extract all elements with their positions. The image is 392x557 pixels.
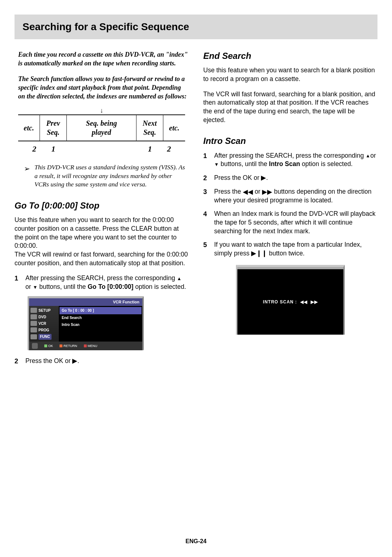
introscan-steps: 1 After pressing the SEARCH, press the c… (203, 152, 377, 258)
goto-step-1: 1 After pressing the SEARCH, press the c… (15, 274, 189, 291)
page-header: Searching for a Specific Sequence (15, 15, 377, 39)
introscan-heading: Intro Scan (203, 135, 377, 147)
endsearch-p2: The VCR will fast forward, searching for… (203, 90, 377, 125)
rewind-icon: ◀◀ (300, 300, 307, 304)
intro-scan-display: INTRO SCAN : ◀◀ ▶▶ (236, 265, 345, 335)
osd-content: Go To [ 0 : 00 : 00 ] End Search Intro S… (59, 306, 142, 342)
vcr-icon (30, 321, 37, 326)
goto-heading: Go To [0:00:00] Stop (15, 200, 189, 211)
intro-paragraph-1: Each time you record a cassette on this … (15, 50, 189, 68)
up-icon: ▲ (366, 153, 370, 158)
page-title: Searching for a Specific Sequence (23, 21, 369, 33)
goto-body: Use this feature when you want to search… (15, 216, 189, 267)
play-icon: ▶ (261, 175, 266, 181)
endsearch-p1: Use this feature when you want to search… (203, 66, 377, 83)
seq-num: 2 (18, 144, 40, 154)
seq-cell-playing: Seq. being played (67, 115, 136, 141)
down-icon: ▼ (214, 162, 219, 167)
osd-side-setup: SETUP (29, 307, 59, 314)
left-column: Each time you record a cassette on this … (15, 50, 189, 371)
intro-scan-screen: INTRO SCAN : ◀◀ ▶▶ (237, 269, 343, 335)
fast-forward-icon: ▶▶ (311, 300, 318, 304)
play-pause-icon: ▶❙❙ (251, 250, 267, 257)
prog-icon (30, 327, 37, 332)
goto-steps-2: 2 Press the OK or ▶. (15, 357, 189, 366)
goto-step-2: 2 Press the OK or ▶. (15, 357, 189, 366)
sequence-table: etc. Prev Seq. Seq. being played Next Se… (18, 114, 185, 141)
down-icon: ▼ (33, 285, 37, 290)
osd-opt-goto: Go To [ 0 : 00 : 00 ] (60, 307, 142, 314)
seq-num: 1 (136, 144, 163, 154)
seq-cell-prev: Prev Seq. (40, 115, 67, 141)
introscan-step-4: 4 When an Index mark is found the DVD-VC… (203, 210, 377, 235)
sequence-diagram: ↓ etc. Prev Seq. Seq. being played Next … (18, 107, 185, 154)
seq-cell-etc-left: etc. (18, 115, 40, 141)
osd-foot-menu: MENU (84, 344, 98, 348)
navpad-icon (32, 343, 38, 349)
introscan-step-3: 3 Press the ◀◀ or ▶▶ buttons depending o… (203, 187, 377, 205)
osd-opt-endsearch: End Search (60, 314, 142, 322)
osd-side-func: FUNC (29, 333, 59, 340)
goto-step-1-text: After pressing the SEARCH, press the cor… (25, 274, 189, 291)
func-icon (30, 334, 37, 339)
page-number: ENG-24 (0, 538, 392, 545)
seq-cell-next: Next Seq. (136, 115, 163, 141)
right-column: End Search Use this feature when you wan… (203, 50, 377, 371)
intro-scan-label: INTRO SCAN : (263, 299, 297, 305)
osd-foot-return: RETURN (60, 344, 77, 348)
introscan-step-1: 1 After pressing the SEARCH, press the c… (203, 152, 377, 169)
goto-steps: 1 After pressing the SEARCH, press the c… (15, 274, 189, 291)
content-columns: Each time you record a cassette on this … (15, 50, 377, 371)
note-arrow-icon: ➢ (24, 164, 30, 189)
introscan-step-2: 2 Press the OK or ▶. (203, 174, 377, 182)
fast-forward-icon: ▶▶ (262, 189, 272, 195)
osd-sidebar: SETUP DVD VCR PROG FUNC (29, 306, 59, 342)
setup-icon (30, 308, 37, 313)
vcr-function-menu: VCR Function SETUP DVD VCR PROG FUNC Go … (28, 296, 144, 350)
up-icon: ▲ (177, 276, 181, 281)
seq-cell-etc-right: etc. (163, 115, 185, 141)
viss-note-text: This DVD-VCR uses a standard indexing sy… (34, 163, 185, 189)
dvd-icon (30, 314, 37, 319)
goto-step-2-text: Press the OK or ▶. (25, 357, 189, 366)
osd-side-dvd: DVD (29, 314, 59, 320)
arrow-down-icon: ↓ (18, 107, 185, 114)
osd-side-vcr: VCR (29, 320, 59, 327)
rewind-icon: ◀◀ (243, 189, 253, 195)
sequence-numbers: 2 1 1 2 (18, 141, 185, 154)
osd-title: VCR Function (29, 298, 142, 306)
osd-footer: OK RETURN MENU (29, 342, 142, 350)
intro-paragraph-2: The Search function allows you to fast-f… (15, 74, 189, 101)
introscan-step-5: 5 If you want to watch the tape from a p… (203, 241, 377, 258)
seq-num: 2 (163, 144, 185, 154)
endsearch-heading: End Search (203, 50, 377, 62)
seq-num: 1 (40, 144, 67, 154)
osd-side-prog: PROG (29, 327, 59, 333)
osd-foot-ok: OK (44, 344, 53, 348)
osd-opt-introscan: Intro Scan (60, 321, 142, 328)
viss-note: ➢ This DVD-VCR uses a standard indexing … (24, 163, 185, 189)
play-icon: ▶ (72, 358, 77, 364)
